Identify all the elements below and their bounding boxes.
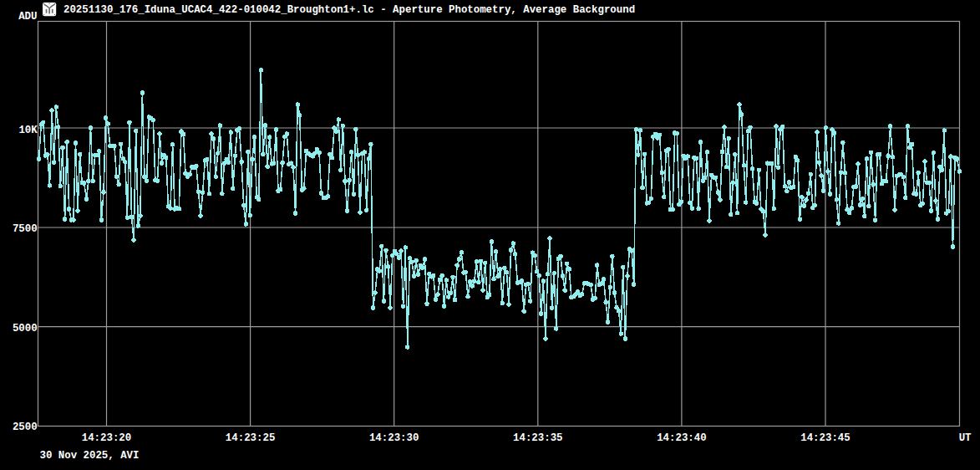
svg-text:14:23:30: 14:23:30 (369, 432, 419, 444)
svg-text:20251130_176_Iduna_UCAC4_422-0: 20251130_176_Iduna_UCAC4_422-010042_Brou… (63, 4, 635, 16)
svg-text:5000: 5000 (13, 323, 38, 335)
svg-text:14:23:20: 14:23:20 (82, 432, 132, 444)
svg-text:10K: 10K (18, 125, 38, 136)
svg-text:14:23:45: 14:23:45 (800, 432, 851, 444)
svg-text:30 Nov 2025, AVI: 30 Nov 2025, AVI (40, 450, 140, 462)
svg-text:14:23:35: 14:23:35 (513, 432, 563, 444)
svg-text:ADU: ADU (18, 11, 37, 23)
svg-text:7500: 7500 (13, 223, 38, 235)
svg-text:UT: UT (959, 432, 972, 444)
svg-text:14:23:40: 14:23:40 (657, 432, 707, 444)
svg-text:14:23:25: 14:23:25 (226, 432, 276, 444)
svg-text:2500: 2500 (13, 421, 38, 433)
